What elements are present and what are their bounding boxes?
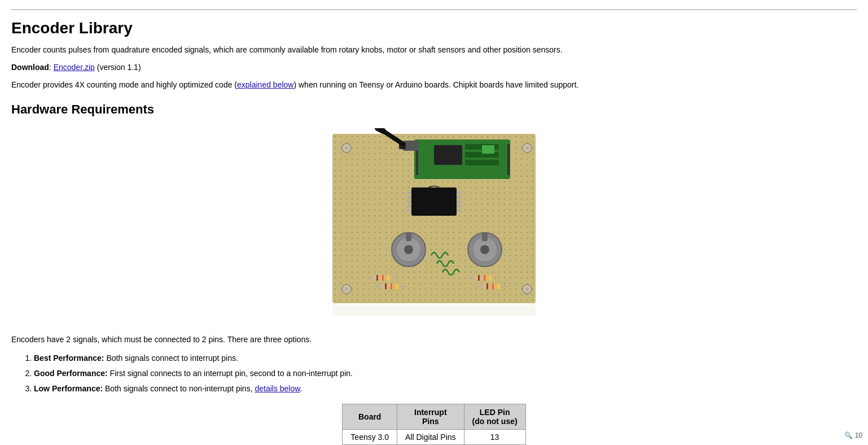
zoom-value: 10 [855,431,862,439]
svg-rect-59 [484,275,485,281]
explained-below-link[interactable]: explained below [237,80,293,89]
top-border [11,9,857,10]
svg-rect-32 [457,200,461,203]
svg-rect-16 [465,160,499,165]
download-line: Download: Encoder.zip (version 1.1) [11,62,857,73]
good-performance-label: Good Performance: [34,369,108,378]
svg-rect-60 [489,275,491,281]
svg-rect-28 [407,205,411,207]
svg-rect-47 [382,275,384,281]
svg-rect-58 [478,275,480,281]
hardware-heading: Hardware Requirements [11,102,857,117]
list-item: Good Performance: First signal connects … [34,368,857,379]
svg-rect-27 [407,200,411,203]
cell-board: Teensy 3.0 [343,430,397,445]
svg-rect-33 [457,205,461,207]
svg-rect-17 [482,145,494,154]
download-version: (version 1.1) [95,63,141,72]
cell-led: 13 [464,430,525,445]
zoom-icon: 🔍 [844,431,853,439]
board-image: /* dots generated via SVG pattern */ [315,128,553,320]
best-performance-label: Best Performance: [34,354,104,363]
hardware-section: Hardware Requirements /* dots generated … [11,102,857,445]
details-below-link[interactable]: details below [255,384,300,393]
svg-rect-30 [457,191,461,194]
table-container: Board InterruptPins LED Pin(do not use) … [11,404,857,445]
svg-rect-19 [507,144,510,175]
svg-rect-31 [457,196,461,198]
svg-rect-29 [407,210,411,212]
svg-rect-54 [396,283,398,289]
col-header-interrupt: InterruptPins [397,404,464,430]
board-image-container: /* dots generated via SVG pattern */ [11,128,857,320]
svg-point-11 [525,287,529,291]
svg-rect-66 [498,283,499,289]
zoom-indicator: 🔍 10 [844,431,862,439]
col-header-led: LED Pin(do not use) [464,404,525,430]
svg-rect-48 [388,275,389,281]
svg-rect-25 [407,191,411,194]
optimized-text: Encoder provides 4X counting mode and hi… [11,79,857,91]
hardware-table: Board InterruptPins LED Pin(do not use) … [342,404,525,445]
performance-list: Best Performance: Both signals connect t… [34,352,857,395]
svg-point-37 [404,245,413,254]
page-title: Encoder Library [11,19,857,37]
col-header-board: Board [343,404,397,430]
table-header-row: Board InterruptPins LED Pin(do not use) [343,404,525,430]
svg-rect-38 [406,233,411,241]
description-text: Encoder counts pulses from quadrature en… [11,44,857,56]
svg-rect-34 [457,210,461,212]
best-performance-text: Both signals connect to interrupt pins. [104,354,238,363]
svg-point-41 [480,245,489,254]
download-link[interactable]: Encoder.zip [54,63,95,72]
optimized-post: ) when running on Teensy or Arduino boar… [293,80,578,89]
svg-rect-26 [407,196,411,198]
svg-rect-64 [486,283,488,289]
list-item: Best Performance: Both signals connect t… [34,352,857,364]
low-performance-label: Low Performance: [34,384,103,393]
svg-rect-24 [411,187,457,216]
table-row: Teensy 3.0 All Digital Pins 13 [343,430,525,445]
low-performance-after: . [300,384,303,393]
svg-rect-46 [376,275,378,281]
svg-point-7 [525,146,529,150]
svg-rect-52 [385,283,387,289]
list-item: Low Performance: Both signals connect to… [34,383,857,395]
svg-rect-53 [391,283,392,289]
low-performance-text: Both signals connect to non-interrupt pi… [103,384,255,393]
svg-rect-13 [434,145,462,165]
svg-rect-67 [332,304,536,316]
download-label: Download [11,63,49,72]
optimized-pre: Encoder provides 4X counting mode and hi… [11,80,237,89]
svg-point-9 [345,287,348,291]
good-performance-text: First signal connects to an interrupt pi… [108,369,353,378]
svg-line-23 [378,128,383,131]
svg-rect-42 [482,233,488,241]
svg-rect-65 [492,283,494,289]
cell-interrupt: All Digital Pins [397,430,464,445]
encoders-text: Encoders have 2 signals, which must be c… [11,334,857,346]
svg-point-5 [345,146,348,150]
